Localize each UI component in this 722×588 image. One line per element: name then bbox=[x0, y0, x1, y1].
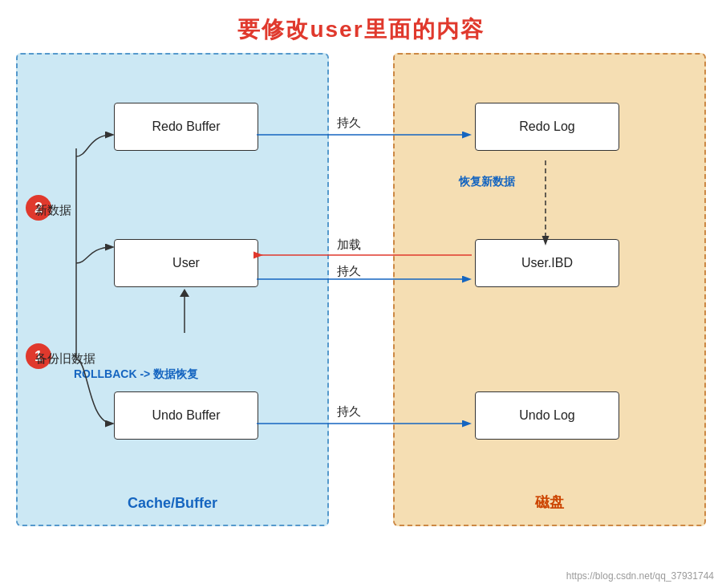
box-user-ibd: User.IBD bbox=[475, 239, 619, 287]
label-huifu: 恢复新数据 bbox=[459, 175, 515, 189]
right-panel-label: 磁盘 bbox=[535, 493, 564, 512]
label-rollback: ROLLBACK -> 数据恢复 bbox=[74, 367, 198, 382]
left-panel: 2 1 新数据 备份旧数据 ROLLBACK -> 数据恢复 Redo Buff… bbox=[16, 53, 329, 526]
left-panel-label: Cache/Buffer bbox=[128, 495, 217, 512]
watermark: https://blog.csdn.net/qq_37931744 bbox=[566, 570, 714, 582]
right-panel: 恢复新数据 Redo Log User.IBD Undo Log 磁盘 bbox=[393, 53, 706, 526]
box-user: User bbox=[114, 239, 258, 287]
box-redo-buffer: Redo Buffer bbox=[114, 103, 258, 151]
box-undo-buffer: Undo Buffer bbox=[114, 391, 258, 440]
diagram-container: 2 1 新数据 备份旧数据 ROLLBACK -> 数据恢复 Redo Buff… bbox=[16, 53, 706, 550]
box-redo-log: Redo Log bbox=[475, 103, 619, 151]
label-xinshuju: 新数据 bbox=[35, 203, 71, 218]
box-undo-log: Undo Log bbox=[475, 391, 619, 440]
page-title: 要修改user里面的内容 bbox=[0, 0, 722, 53]
label-beifenjiushuju: 备份旧数据 bbox=[35, 351, 95, 367]
